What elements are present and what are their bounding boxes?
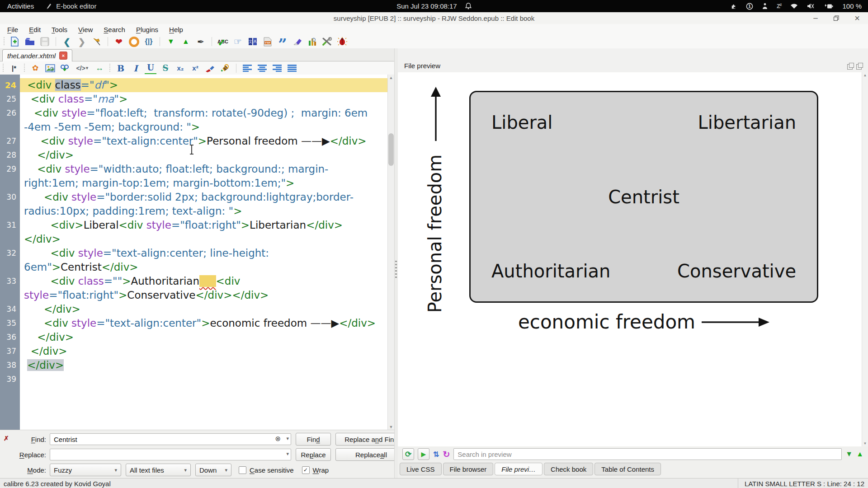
- direction-select[interactable]: Down▾: [195, 464, 231, 476]
- files-select[interactable]: All text files▾: [126, 464, 191, 476]
- format-toolbar-grip3[interactable]: [108, 64, 112, 73]
- insert-special-character-button[interactable]: ✿: [29, 63, 41, 74]
- menu-plugins[interactable]: Plugins: [131, 25, 164, 34]
- italic-button[interactable]: I: [130, 63, 142, 74]
- run-preview-button[interactable]: ▶: [418, 448, 429, 460]
- code-line-29[interactable]: 29 <div style="width:auto; float:left; b…: [0, 162, 388, 190]
- find-input[interactable]: Centrist ⊗ ▾: [50, 433, 291, 445]
- forward-button[interactable]: ❯: [76, 36, 88, 47]
- superscript-button[interactable]: x²: [189, 63, 201, 74]
- find-history-dropdown-icon[interactable]: ▾: [286, 436, 289, 441]
- code-line-35[interactable]: 35 <div style="text-align:center">econom…: [0, 316, 388, 330]
- clear-input-icon[interactable]: ⊗: [275, 435, 281, 443]
- code-line-33[interactable]: 33 <div class="">Authoritarian <div styl…: [0, 274, 388, 302]
- menu-help[interactable]: Help: [164, 25, 189, 34]
- panel-tab-table-of-contents[interactable]: Table of Contents: [594, 463, 661, 475]
- user-status-icon[interactable]: [762, 3, 768, 9]
- splitter-grip[interactable]: [395, 261, 397, 280]
- save-button[interactable]: [39, 36, 51, 47]
- insert-tag-button[interactable]: </>▾: [74, 63, 90, 74]
- scroll-up-icon[interactable]: ▲: [388, 75, 394, 81]
- bold-button[interactable]: B: [115, 63, 127, 74]
- code-line-36[interactable]: 36 </div>: [0, 330, 388, 344]
- split-file-button[interactable]: ↔: [94, 63, 105, 74]
- notification-counter-icon[interactable]: 1: [746, 3, 753, 10]
- wifi-icon[interactable]: [790, 3, 798, 9]
- preview-viewport[interactable]: Personal freedom Liberal Libertarian Cen…: [398, 72, 868, 446]
- code-line-30[interactable]: 30 <div style="border:solid 2px; backgro…: [0, 190, 388, 218]
- caffeine-zz-icon[interactable]: Zz: [777, 2, 781, 9]
- color-brush-button[interactable]: [204, 63, 216, 74]
- new-file-button[interactable]: [9, 36, 21, 47]
- sign-quill-button[interactable]: ✒: [195, 36, 207, 47]
- preview-find-next-icon[interactable]: ▼: [845, 450, 853, 458]
- case-sensitive-checkbox[interactable]: Case sensitive: [239, 466, 294, 474]
- background-fill-button[interactable]: [219, 63, 231, 74]
- menu-file[interactable]: File: [2, 25, 24, 34]
- insert-tag-braces-button[interactable]: {|}: [143, 36, 155, 47]
- preview-scroll-down-icon[interactable]: ▼: [862, 441, 868, 446]
- wrap-checkbox-box[interactable]: ✓: [302, 466, 310, 474]
- code-line-24[interactable]: 24 <div class="df">: [0, 78, 388, 92]
- close-button[interactable]: ×: [853, 14, 862, 23]
- panel-menu-icon[interactable]: [856, 64, 862, 70]
- code-line-26[interactable]: 26 <div style="float:left; transform: ro…: [0, 106, 388, 134]
- preview-find-previous-icon[interactable]: ▲: [856, 450, 863, 458]
- minimize-button[interactable]: –: [811, 14, 820, 23]
- code-line-31[interactable]: 31 <div>Liberal<div style="float:right">…: [0, 218, 388, 246]
- menu-view[interactable]: View: [73, 25, 98, 34]
- insert-link-button[interactable]: [59, 63, 71, 74]
- translate-book-button[interactable]: A文: [247, 36, 259, 47]
- align-justify-icon[interactable]: [286, 63, 298, 74]
- preview-scrollbar[interactable]: ▲ ▼: [862, 72, 868, 446]
- align-right-icon[interactable]: [271, 63, 283, 74]
- sync-position-icon[interactable]: ⇅: [433, 450, 439, 459]
- align-left-icon[interactable]: [241, 63, 253, 74]
- insert-comment-button[interactable]: |*: [8, 63, 20, 74]
- strikethrough-button[interactable]: S: [160, 63, 171, 74]
- editor-scrollbar[interactable]: ▲ ▼: [387, 75, 394, 430]
- tab-close-icon[interactable]: ×: [59, 52, 67, 60]
- replace-history-dropdown-icon[interactable]: ▾: [286, 451, 289, 457]
- spellcheck-button[interactable]: ABC✓: [217, 36, 229, 47]
- arrow-up-button[interactable]: ▲: [180, 36, 192, 47]
- sound-muted-icon[interactable]: [807, 3, 814, 9]
- donate-heart-button[interactable]: ❤: [113, 36, 125, 47]
- replace-input[interactable]: ▾: [50, 449, 291, 460]
- bookmark-pin-button[interactable]: [91, 36, 103, 47]
- reports-chart-button[interactable]: [307, 36, 318, 47]
- format-toolbar-grip[interactable]: [2, 64, 5, 73]
- toolbar-grip[interactable]: [3, 37, 6, 46]
- help-lifebuoy-button[interactable]: [128, 36, 140, 47]
- menu-edit[interactable]: Edit: [24, 25, 46, 34]
- code-line-38[interactable]: 38 </div>: [0, 358, 388, 372]
- code-line-32[interactable]: 32 <div style="text-align:center; line-h…: [0, 246, 388, 274]
- battery-icon[interactable]: [823, 4, 833, 9]
- refresh-preview-button[interactable]: ⟳: [402, 448, 414, 460]
- activities-button[interactable]: Activities: [7, 2, 34, 10]
- clock[interactable]: Sun Jul 23 09:08:17: [396, 2, 457, 10]
- code-line-37[interactable]: 37 </div>: [0, 344, 388, 358]
- scroll-down-icon[interactable]: ▼: [388, 424, 394, 430]
- underline-button[interactable]: U: [145, 62, 156, 74]
- fonts-ttf-button[interactable]: TTF: [262, 36, 274, 47]
- restore-button[interactable]: [832, 15, 841, 21]
- panel-tab-file-previ-[interactable]: File previ…: [495, 463, 542, 475]
- code-line-39[interactable]: 39: [0, 372, 388, 386]
- debug-bug-button[interactable]: [336, 36, 348, 47]
- tab-thelander-xhtml[interactable]: theLander.xhtml ×: [2, 49, 72, 61]
- align-center-icon[interactable]: [256, 63, 268, 74]
- panel-tab-file-browser[interactable]: File browser: [443, 463, 494, 475]
- format-toolbar-grip2[interactable]: [23, 64, 26, 73]
- code-editor[interactable]: 24 <div class="df">25 <div class="ma">26…: [0, 75, 394, 430]
- code-line-25[interactable]: 25 <div class="ma">: [0, 92, 388, 106]
- search-in-preview-input[interactable]: Search in preview: [453, 448, 842, 460]
- preferences-tools-button[interactable]: [321, 36, 333, 47]
- reload-icon[interactable]: ↻: [443, 449, 450, 460]
- mode-select[interactable]: Fuzzy▾: [50, 464, 121, 476]
- subscript-button[interactable]: x₂: [175, 63, 186, 74]
- editor-scrollbar-thumb[interactable]: [388, 133, 394, 166]
- extension-puzzle-icon[interactable]: [730, 3, 737, 9]
- insert-index-button[interactable]: ☞: [232, 36, 244, 47]
- insert-image-button[interactable]: [44, 63, 56, 74]
